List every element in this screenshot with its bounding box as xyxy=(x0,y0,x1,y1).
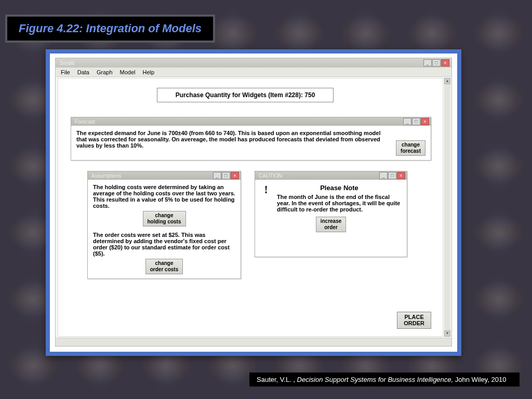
forecast-close-button[interactable]: × xyxy=(421,118,429,125)
citation-publisher: John Wiley, 2010 xyxy=(455,376,507,383)
holding-costs-text: The holding costs were determined by tak… xyxy=(93,184,235,209)
scroll-up-icon[interactable]: ▲ xyxy=(444,78,450,84)
menu-help[interactable]: Help xyxy=(143,69,155,75)
menu-graph[interactable]: Graph xyxy=(97,69,113,75)
order-costs-text: The order costs were set at $25. This wa… xyxy=(93,232,235,257)
change-forecast-button[interactable]: change forecast xyxy=(396,140,425,156)
caution-heading: Please Note xyxy=(277,184,402,192)
main-titlebar: Srediti _ □ × xyxy=(56,58,451,68)
citation-author: Sauter, V.L. , xyxy=(257,376,297,383)
citation-title: Decision Support Systems for Business In… xyxy=(297,376,455,383)
menu-data[interactable]: Data xyxy=(77,69,89,75)
window-controls: _ □ × xyxy=(423,59,449,66)
assumptions-title: Assumptions xyxy=(89,173,213,179)
minimize-button[interactable]: _ xyxy=(423,59,432,66)
assumptions-minimize-button[interactable]: _ xyxy=(213,172,221,179)
app-window: Srediti _ □ × File Data Graph Model Help… xyxy=(55,58,452,347)
status-bar xyxy=(56,338,451,346)
change-order-costs-button[interactable]: change order costs xyxy=(145,259,183,274)
forecast-maximize-button[interactable]: □ xyxy=(412,118,420,125)
caution-title: CAUTION xyxy=(257,173,379,179)
caution-minimize-button[interactable]: _ xyxy=(379,172,388,179)
caution-window: CAUTION _ □ × ! Please Note The month of… xyxy=(255,171,407,257)
vertical-scrollbar[interactable]: ▲ ▼ xyxy=(444,78,450,337)
figure-title: Figure 4.22: Integration of Models xyxy=(5,15,215,43)
caution-maximize-button[interactable]: □ xyxy=(388,172,396,179)
forecast-text: The expected demand for June is 700±40 (… xyxy=(76,130,391,149)
forecast-title: Forecast xyxy=(73,119,403,125)
menu-file[interactable]: File xyxy=(61,69,70,75)
assumptions-window: Assumptions _ □ × The holding costs were… xyxy=(87,171,241,279)
menu-bar: File Data Graph Model Help xyxy=(56,68,451,77)
increase-order-button[interactable]: increase order xyxy=(316,217,347,232)
change-holding-costs-button[interactable]: change holding costs xyxy=(143,211,186,227)
assumptions-maximize-button[interactable]: □ xyxy=(222,172,230,179)
scroll-down-icon[interactable]: ▼ xyxy=(444,330,450,337)
assumptions-close-button[interactable]: × xyxy=(231,172,239,179)
citation: Sauter, V.L. , Decision Support Systems … xyxy=(249,373,520,387)
forecast-titlebar: Forecast _ □ × xyxy=(71,117,431,126)
place-order-button[interactable]: PLACE ORDER xyxy=(397,312,431,329)
slide-frame: Srediti _ □ × File Data Graph Model Help… xyxy=(46,49,461,356)
caution-titlebar: CAUTION _ □ × xyxy=(255,171,407,180)
maximize-button[interactable]: □ xyxy=(432,59,441,66)
assumptions-titlebar: Assumptions _ □ × xyxy=(88,171,241,180)
caution-close-button[interactable]: × xyxy=(397,172,405,179)
close-button[interactable]: × xyxy=(441,59,449,66)
app-title: Srediti xyxy=(58,60,423,66)
forecast-minimize-button[interactable]: _ xyxy=(403,118,411,125)
caution-text: The month of June is the end of the fisc… xyxy=(277,194,402,212)
purchase-quantity-box: Purchase Quantity for Widgets (Item #228… xyxy=(157,88,334,102)
content-area: Purchase Quantity for Widgets (Item #228… xyxy=(58,78,443,337)
warning-icon: ! xyxy=(260,184,272,195)
forecast-window: Forecast _ □ × The expected demand for J… xyxy=(71,117,431,161)
menu-model[interactable]: Model xyxy=(120,69,136,75)
